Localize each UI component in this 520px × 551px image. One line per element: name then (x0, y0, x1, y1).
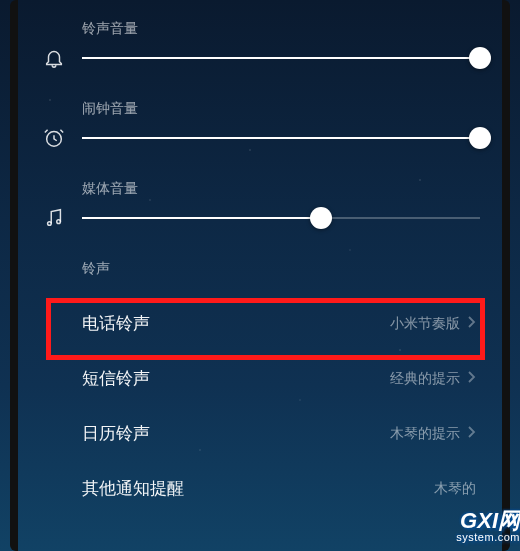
calendar-ringtone-item[interactable]: 日历铃声 木琴的提示 (40, 406, 480, 461)
sms-ringtone-title: 短信铃声 (82, 367, 150, 390)
settings-screen: 铃声音量 闹钟音量 媒体音量 (0, 0, 520, 516)
alarm-volume-slider[interactable] (82, 137, 480, 139)
media-volume-block: 媒体音量 (40, 180, 480, 232)
other-notification-item[interactable]: 其他通知提醒 木琴的 (40, 461, 480, 516)
chevron-right-icon (466, 370, 476, 388)
chevron-right-icon (466, 425, 476, 443)
watermark-sub: system.com (456, 532, 520, 543)
sms-ringtone-item[interactable]: 短信铃声 经典的提示 (40, 351, 480, 406)
other-notification-value: 木琴的 (434, 480, 476, 498)
phone-ringtone-value: 小米节奏版 (390, 315, 460, 333)
chevron-right-icon (466, 315, 476, 333)
music-note-icon (40, 204, 68, 232)
media-volume-label: 媒体音量 (82, 180, 480, 198)
calendar-ringtone-title: 日历铃声 (82, 422, 150, 445)
other-notification-title: 其他通知提醒 (82, 477, 184, 500)
sms-ringtone-value: 经典的提示 (390, 370, 460, 388)
phone-ringtone-title: 电话铃声 (82, 312, 150, 335)
alarm-volume-block: 闹钟音量 (40, 100, 480, 152)
alarm-clock-icon (40, 124, 68, 152)
watermark-main: GXI网 (460, 510, 520, 532)
svg-point-2 (57, 220, 61, 224)
ringtone-volume-block: 铃声音量 (40, 20, 480, 72)
calendar-ringtone-value: 木琴的提示 (390, 425, 460, 443)
watermark: GXI网 system.com (456, 510, 520, 543)
ringtone-volume-label: 铃声音量 (82, 20, 480, 38)
ringtone-section-header: 铃声 (82, 260, 480, 278)
svg-point-1 (48, 222, 52, 226)
ringtone-volume-slider[interactable] (82, 57, 480, 59)
phone-ringtone-item[interactable]: 电话铃声 小米节奏版 (40, 296, 480, 351)
bell-icon (40, 44, 68, 72)
alarm-volume-label: 闹钟音量 (82, 100, 480, 118)
media-volume-slider[interactable] (82, 217, 480, 219)
